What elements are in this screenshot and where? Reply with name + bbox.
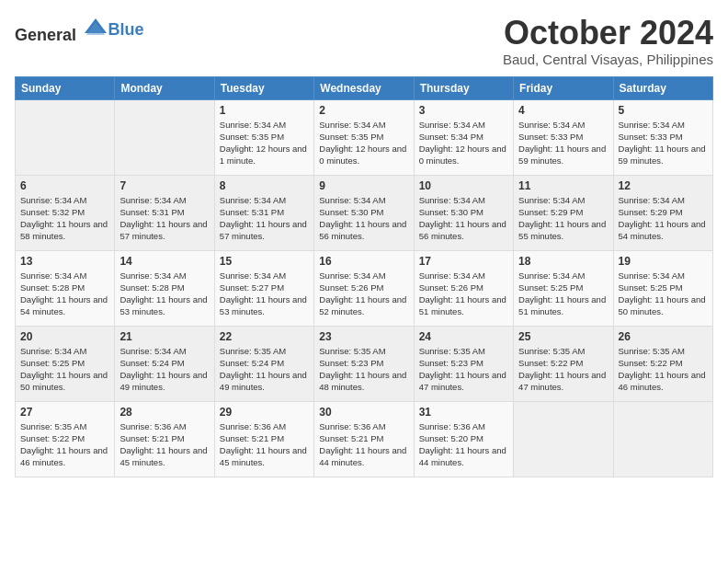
day-number: 29 <box>220 406 309 419</box>
title-block: October 2024 Baud, Central Visayas, Phil… <box>503 15 713 67</box>
day-detail: Sunrise: 5:35 AMSunset: 5:22 PMDaylight:… <box>619 345 708 394</box>
logo-blue: Blue <box>108 20 144 40</box>
day-detail: Sunrise: 5:35 AMSunset: 5:23 PMDaylight:… <box>319 345 408 394</box>
calendar-cell: 6Sunrise: 5:34 AMSunset: 5:32 PMDaylight… <box>16 175 115 250</box>
calendar-cell: 25Sunrise: 5:35 AMSunset: 5:22 PMDayligh… <box>514 326 613 401</box>
day-detail: Sunrise: 5:34 AMSunset: 5:25 PMDaylight:… <box>518 270 608 318</box>
day-detail: Sunrise: 5:35 AMSunset: 5:22 PMDaylight:… <box>20 420 109 469</box>
day-detail: Sunrise: 5:34 AMSunset: 5:31 PMDaylight:… <box>119 194 209 243</box>
calendar-cell: 5Sunrise: 5:34 AMSunset: 5:33 PMDaylight… <box>613 99 712 175</box>
calendar-cell: 13Sunrise: 5:34 AMSunset: 5:28 PMDayligh… <box>16 250 115 326</box>
day-detail: Sunrise: 5:34 AMSunset: 5:24 PMDaylight:… <box>119 345 209 394</box>
calendar-cell: 7Sunrise: 5:34 AMSunset: 5:31 PMDaylight… <box>115 175 214 250</box>
logo-general: General <box>15 26 76 44</box>
calendar-cell: 20Sunrise: 5:34 AMSunset: 5:25 PMDayligh… <box>16 326 115 401</box>
day-number: 13 <box>20 255 109 268</box>
day-number: 22 <box>220 330 309 343</box>
day-number: 28 <box>119 406 209 419</box>
day-number: 31 <box>419 406 508 419</box>
page-header: General Blue October 2024 Baud, Central … <box>15 15 713 67</box>
day-number: 19 <box>619 255 708 268</box>
weekday-header-thursday: Thursday <box>414 76 513 99</box>
day-detail: Sunrise: 5:34 AMSunset: 5:35 PMDaylight:… <box>220 119 309 167</box>
calendar-cell: 9Sunrise: 5:34 AMSunset: 5:30 PMDaylight… <box>314 175 414 250</box>
day-detail: Sunrise: 5:36 AMSunset: 5:21 PMDaylight:… <box>119 420 209 469</box>
day-number: 6 <box>20 179 109 192</box>
logo-icon <box>83 15 108 40</box>
week-row-2: 6Sunrise: 5:34 AMSunset: 5:32 PMDaylight… <box>16 175 713 250</box>
day-number: 27 <box>20 406 109 419</box>
day-number: 20 <box>20 330 109 343</box>
day-detail: Sunrise: 5:34 AMSunset: 5:32 PMDaylight:… <box>20 194 109 243</box>
calendar-cell: 30Sunrise: 5:36 AMSunset: 5:21 PMDayligh… <box>314 401 414 477</box>
day-number: 7 <box>119 179 209 192</box>
calendar-cell: 28Sunrise: 5:36 AMSunset: 5:21 PMDayligh… <box>115 401 214 477</box>
weekday-header-friday: Friday <box>514 76 613 99</box>
day-number: 25 <box>518 330 608 343</box>
calendar-cell: 1Sunrise: 5:34 AMSunset: 5:35 PMDaylight… <box>214 99 313 175</box>
calendar-cell: 29Sunrise: 5:36 AMSunset: 5:21 PMDayligh… <box>214 401 313 477</box>
calendar-cell: 3Sunrise: 5:34 AMSunset: 5:34 PMDaylight… <box>414 99 513 175</box>
day-number: 5 <box>619 104 708 117</box>
calendar-cell: 27Sunrise: 5:35 AMSunset: 5:22 PMDayligh… <box>16 401 115 477</box>
weekday-header-wednesday: Wednesday <box>314 76 414 99</box>
calendar-cell: 31Sunrise: 5:36 AMSunset: 5:20 PMDayligh… <box>414 401 513 477</box>
calendar-cell <box>514 401 613 477</box>
day-number: 14 <box>119 255 209 268</box>
day-number: 23 <box>319 330 408 343</box>
day-detail: Sunrise: 5:34 AMSunset: 5:30 PMDaylight:… <box>319 194 408 243</box>
day-detail: Sunrise: 5:34 AMSunset: 5:33 PMDaylight:… <box>619 119 708 167</box>
day-detail: Sunrise: 5:34 AMSunset: 5:30 PMDaylight:… <box>419 194 508 243</box>
calendar-cell: 18Sunrise: 5:34 AMSunset: 5:25 PMDayligh… <box>514 250 613 326</box>
day-detail: Sunrise: 5:36 AMSunset: 5:21 PMDaylight:… <box>220 420 309 469</box>
calendar-cell: 10Sunrise: 5:34 AMSunset: 5:30 PMDayligh… <box>414 175 513 250</box>
day-detail: Sunrise: 5:34 AMSunset: 5:29 PMDaylight:… <box>619 194 708 243</box>
day-detail: Sunrise: 5:36 AMSunset: 5:21 PMDaylight:… <box>319 420 408 469</box>
calendar-cell: 12Sunrise: 5:34 AMSunset: 5:29 PMDayligh… <box>613 175 712 250</box>
day-number: 16 <box>319 255 408 268</box>
weekday-header-monday: Monday <box>115 76 214 99</box>
day-detail: Sunrise: 5:35 AMSunset: 5:22 PMDaylight:… <box>518 345 608 394</box>
calendar-cell: 2Sunrise: 5:34 AMSunset: 5:35 PMDaylight… <box>314 99 414 175</box>
day-number: 8 <box>220 179 309 192</box>
day-detail: Sunrise: 5:34 AMSunset: 5:29 PMDaylight:… <box>518 194 608 243</box>
calendar-cell: 24Sunrise: 5:35 AMSunset: 5:23 PMDayligh… <box>414 326 513 401</box>
day-detail: Sunrise: 5:36 AMSunset: 5:20 PMDaylight:… <box>419 420 508 469</box>
day-detail: Sunrise: 5:34 AMSunset: 5:26 PMDaylight:… <box>319 270 408 318</box>
day-number: 9 <box>319 179 408 192</box>
day-detail: Sunrise: 5:34 AMSunset: 5:33 PMDaylight:… <box>518 119 608 167</box>
calendar-cell: 14Sunrise: 5:34 AMSunset: 5:28 PMDayligh… <box>115 250 214 326</box>
day-number: 4 <box>518 104 608 117</box>
calendar-cell <box>16 99 115 175</box>
day-detail: Sunrise: 5:34 AMSunset: 5:25 PMDaylight:… <box>619 270 708 318</box>
calendar-cell: 17Sunrise: 5:34 AMSunset: 5:26 PMDayligh… <box>414 250 513 326</box>
logo: General Blue <box>15 15 144 45</box>
week-row-1: 1Sunrise: 5:34 AMSunset: 5:35 PMDaylight… <box>16 99 713 175</box>
day-number: 2 <box>319 104 408 117</box>
day-detail: Sunrise: 5:34 AMSunset: 5:35 PMDaylight:… <box>319 119 408 167</box>
day-number: 1 <box>220 104 309 117</box>
day-detail: Sunrise: 5:34 AMSunset: 5:26 PMDaylight:… <box>419 270 508 318</box>
weekday-header-tuesday: Tuesday <box>214 76 313 99</box>
day-number: 11 <box>518 179 608 192</box>
day-detail: Sunrise: 5:35 AMSunset: 5:23 PMDaylight:… <box>419 345 508 394</box>
weekday-header-row: SundayMondayTuesdayWednesdayThursdayFrid… <box>16 76 713 99</box>
day-number: 17 <box>419 255 508 268</box>
month-title: October 2024 <box>503 15 713 52</box>
calendar-cell: 26Sunrise: 5:35 AMSunset: 5:22 PMDayligh… <box>613 326 712 401</box>
calendar-cell: 19Sunrise: 5:34 AMSunset: 5:25 PMDayligh… <box>613 250 712 326</box>
day-number: 12 <box>619 179 708 192</box>
calendar-cell: 8Sunrise: 5:34 AMSunset: 5:31 PMDaylight… <box>214 175 313 250</box>
weekday-header-sunday: Sunday <box>16 76 115 99</box>
week-row-4: 20Sunrise: 5:34 AMSunset: 5:25 PMDayligh… <box>16 326 713 401</box>
day-number: 21 <box>119 330 209 343</box>
day-detail: Sunrise: 5:35 AMSunset: 5:24 PMDaylight:… <box>220 345 309 394</box>
day-number: 26 <box>619 330 708 343</box>
calendar-cell <box>115 99 214 175</box>
calendar-cell: 4Sunrise: 5:34 AMSunset: 5:33 PMDaylight… <box>514 99 613 175</box>
day-number: 30 <box>319 406 408 419</box>
day-number: 18 <box>518 255 608 268</box>
day-detail: Sunrise: 5:34 AMSunset: 5:28 PMDaylight:… <box>119 270 209 318</box>
calendar-cell: 16Sunrise: 5:34 AMSunset: 5:26 PMDayligh… <box>314 250 414 326</box>
calendar-cell: 22Sunrise: 5:35 AMSunset: 5:24 PMDayligh… <box>214 326 313 401</box>
